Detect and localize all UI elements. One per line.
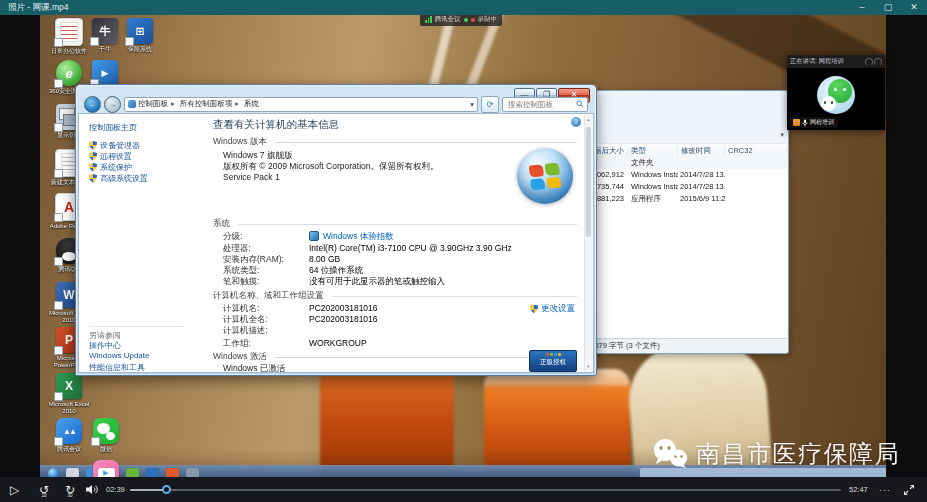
play-icon: ▶ [92, 60, 118, 86]
seek-thumb[interactable] [162, 485, 171, 494]
refresh-button[interactable] [481, 96, 499, 113]
speaker-overlay-panel: 正在讲话: 网程培训 网程培训 [787, 55, 885, 130]
microphone-icon [802, 119, 808, 127]
close-button[interactable]: ✕ [901, 0, 927, 15]
experience-index-link[interactable]: Windows 体验指数 [323, 231, 394, 241]
back-button[interactable] [84, 96, 101, 113]
avatar [817, 76, 855, 114]
address-dropdown-icon[interactable] [470, 100, 474, 109]
service-pack: Service Pack 1 [223, 172, 280, 182]
app-titlebar: 照片 - 网课.mp4 – ▢ ✕ [0, 0, 927, 15]
letterbox-left [0, 15, 40, 480]
search-input[interactable] [506, 99, 576, 110]
table-row[interactable]: 1,881,223 应用程序 2015/6/9 11:29 [580, 193, 787, 205]
pen-touch-row: 笔和触摸: 没有可用于此显示器的笔或触控输入 [223, 276, 445, 287]
meeting-app-name: 腾讯会议 [435, 15, 461, 24]
activation-status: Windows 已激活 [223, 363, 285, 372]
desktop-icon-wechat[interactable]: 微信 [84, 418, 128, 453]
table-row[interactable]: 文件夹 [580, 157, 787, 169]
excel-icon: X [56, 373, 82, 399]
windows-flag-mini-icon [530, 353, 576, 356]
sidebar-item-action-center[interactable]: 操作中心 [89, 340, 121, 351]
skip-forward-button[interactable]: ↻30 [62, 477, 78, 502]
sidebar: 控制面板主页 设备管理器 远程设置 系统保护 高级系统设置 另请参阅 [79, 114, 199, 372]
browser-icon: e [56, 60, 82, 86]
column-header-modified[interactable]: 修改时间 [678, 146, 725, 156]
total-time: 52:47 [849, 477, 868, 502]
window-controls: – ▢ ✕ [849, 0, 927, 15]
windows-logo [517, 148, 573, 204]
fullscreen-icon [903, 484, 915, 496]
skip-forward-icon: ↻30 [62, 483, 78, 497]
sidebar-item-device-manager[interactable]: 设备管理器 [89, 140, 140, 151]
signal-bars-icon [425, 16, 432, 23]
participant-name-bar: 网程培训 [789, 117, 838, 128]
speaking-text: 正在讲话: 网程培训 [790, 57, 844, 66]
breadcrumb-all-items[interactable]: 所有控制面板项 [180, 99, 242, 109]
address-bar[interactable]: 控制面板 所有控制面板项 系统 [124, 97, 478, 112]
desktop-icon-insurance[interactable]: ⊞ 保险系统 [118, 18, 162, 53]
forward-button[interactable] [104, 96, 121, 113]
page-title: 查看有关计算机的基本信息 [213, 118, 339, 132]
seek-bar[interactable] [130, 489, 841, 491]
column-header-crc32[interactable]: CRC32 [725, 146, 787, 155]
cpu-row: 处理器: Intel(R) Core(TM) i3-7100 CPU @ 3.9… [223, 243, 512, 254]
scrollbar[interactable] [584, 115, 592, 371]
genuine-windows-badge[interactable]: 正版授权 [529, 350, 577, 372]
sidebar-item-home[interactable]: 控制面板主页 [89, 122, 137, 133]
chevron-down-icon[interactable]: ▾ [780, 131, 784, 139]
search-box[interactable] [502, 97, 588, 112]
maximize-button[interactable]: ▢ [875, 0, 901, 15]
search-icon [576, 100, 584, 108]
volume-button[interactable] [86, 477, 99, 502]
online-dot-icon [464, 18, 468, 22]
minimize-button[interactable]: – [849, 0, 875, 15]
change-settings-link[interactable]: 更改设置 [530, 303, 575, 315]
play-icon: ▷ [10, 483, 19, 497]
fullscreen-button[interactable] [903, 477, 915, 502]
seek-bar-fill [130, 489, 166, 491]
os-type-row: 系统类型: 64 位操作系统 [223, 265, 363, 276]
system-properties-window: — ❐ ✕ 控制面板 所有控制面板项 系统 [75, 84, 597, 376]
system-window-body: 控制面板主页 设备管理器 远程设置 系统保护 高级系统设置 另请参阅 [78, 113, 594, 373]
archive-column-headers: 压缩后大小 类型 修改时间 CRC32 [580, 143, 787, 158]
video-player-bar: ▷ ↺10 ↻30 02:39 52:47 ··· [0, 477, 927, 502]
uac-shield-icon [89, 152, 97, 161]
computer-name-row: 计算机名: PC202003181016 [223, 303, 378, 314]
system-main-panel: 查看有关计算机的基本信息 Windows 版本 Windows 7 旗舰版 版权… [199, 114, 593, 372]
control-panel-icon [128, 100, 136, 108]
breadcrumb-control-panel[interactable]: 控制面板 [138, 99, 178, 109]
uac-shield-icon [89, 141, 97, 150]
sidebar-item-windows-update[interactable]: Windows Update [89, 351, 149, 360]
sidebar-item-system-protection[interactable]: 系统保护 [89, 162, 132, 173]
breadcrumb-system[interactable]: 系统 [244, 99, 259, 109]
section-system: 系统 [213, 218, 577, 230]
navigation-bar: 控制面板 所有控制面板项 系统 [84, 96, 588, 112]
participant-video-tile[interactable]: 网程培训 [787, 68, 885, 130]
sidebar-item-remote-settings[interactable]: 远程设置 [89, 151, 132, 162]
desktop-icon-excel[interactable]: X Microsoft Excel 2010 [47, 373, 91, 415]
more-options-button[interactable]: ··· [879, 477, 891, 502]
wechat-watermark: 南昌市医疗保障局 [652, 438, 900, 470]
workgroup-row: 工作组: WORKGROUP [223, 338, 367, 349]
skip-back-button[interactable]: ↺10 [36, 477, 52, 502]
recording-status: 录制中 [478, 15, 498, 24]
help-icon[interactable] [571, 117, 581, 127]
current-time: 02:39 [106, 477, 125, 502]
play-button[interactable]: ▷ [10, 477, 19, 502]
table-row[interactable]: 1,062,912 Windows Installe... 2014/7/28 … [580, 169, 787, 181]
ram-row: 安装内存(RAM): 8.00 GB [223, 254, 340, 265]
sidebar-item-advanced-settings[interactable]: 高级系统设置 [89, 173, 148, 184]
speaking-banner: 正在讲话: 网程培训 [787, 55, 885, 68]
archive-file-list: 文件夹 1,062,912 Windows Installe... 2014/7… [580, 157, 787, 339]
qianniu-icon: 牛 [92, 18, 118, 44]
column-header-type[interactable]: 类型 [628, 146, 678, 156]
table-row[interactable]: 735,744 Windows Installe... 2014/7/28 13… [580, 181, 787, 193]
participant-name: 网程培训 [810, 118, 834, 127]
letterbox-right [886, 15, 927, 480]
section-windows-version: Windows 版本 [213, 136, 577, 148]
host-badge-icon [793, 119, 800, 126]
section-computer-name: 计算机名称、域和工作组设置 [213, 290, 577, 302]
sidebar-item-performance-tools[interactable]: 性能信息和工具 [89, 362, 145, 373]
wechat-icon [93, 418, 119, 444]
